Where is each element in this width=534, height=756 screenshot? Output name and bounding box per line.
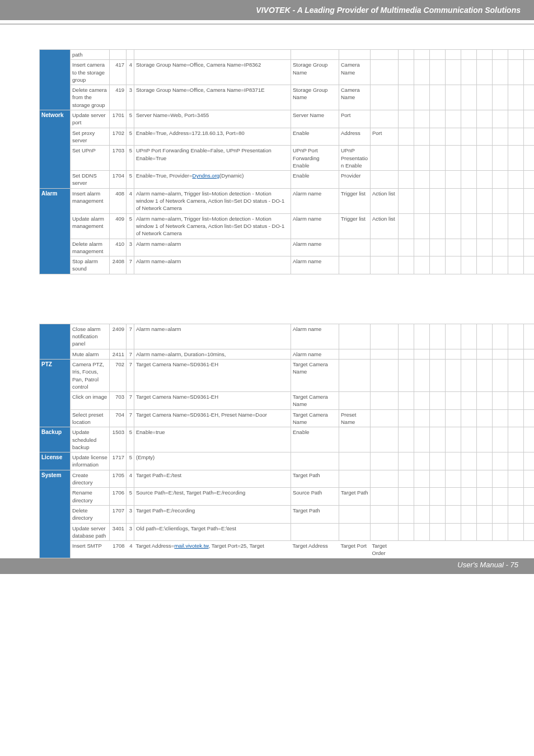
table-row: BackupUpdate scheduled backup15035Enable… [40,427,535,452]
table-row: PTZCamera PTZ, Iris, Focus, Pan, Patrol … [40,359,535,391]
cell [446,128,461,146]
cell [446,541,461,558]
cell: 1708 [110,541,127,558]
cell [508,349,524,359]
cell [461,359,477,391]
cell [524,488,535,506]
cell [339,392,371,410]
cell [461,171,477,189]
cell [477,470,493,488]
cell: 5 [127,452,134,470]
cell [477,541,493,558]
cell: Alarm name [291,256,339,274]
cell [430,505,446,523]
cell [508,188,524,213]
cell [461,60,477,85]
log-table-1: path Insert camera to the storage group4… [39,49,534,274]
link[interactable]: Dyndns.org [193,172,220,179]
cell [371,523,399,541]
table-row: NetworkUpdate server port17015Server Nam… [40,110,535,128]
cell: 5 [127,171,134,189]
cell: Alarm name [291,349,339,359]
cell: 410 [110,239,127,256]
cell [493,541,508,558]
cell: Delete camera from the storage group [71,85,110,110]
cell [399,85,414,110]
cell [446,359,461,391]
cell [524,324,535,349]
cell [414,256,430,274]
cell [477,128,493,146]
cell [371,50,399,60]
cell: 3 [127,505,134,523]
cell [508,256,524,274]
cell [399,541,414,558]
cell [493,85,508,110]
cell: Set DDNS server [71,171,110,189]
cell [477,523,493,541]
cell [477,452,493,470]
cell [508,50,524,60]
cell: 1717 [110,452,127,470]
cell [339,324,371,349]
cell [477,146,493,171]
table-row: Delete alarm management4103Alarm name=al… [40,239,535,256]
cell: Storage Group Name [291,60,339,85]
cell [339,470,371,488]
cell [508,213,524,239]
cell [371,409,399,427]
cell: 3401 [110,523,127,541]
cell: Server Name=Web, Port=3455 [134,110,291,128]
cell [461,146,477,171]
cell [339,359,371,391]
cell [430,359,446,391]
cell [493,452,508,470]
link[interactable]: mail.vivotek.tw [174,543,208,549]
cell [446,392,461,410]
cell [414,85,430,110]
cell [414,470,430,488]
cell [493,50,508,60]
cell [446,409,461,427]
cell [477,110,493,128]
cell [477,188,493,213]
table-row: Update server database path34013Old path… [40,523,535,541]
cell: Port [371,128,399,146]
cell [371,60,399,85]
cell [430,392,446,410]
cell: Set UPnP [71,146,110,171]
cell: Enable [291,171,339,189]
cell [493,505,508,523]
cell: Rename directory [71,488,110,506]
cell: 1705 [110,470,127,488]
cell: 409 [110,213,127,239]
cell [430,324,446,349]
cell [477,488,493,506]
cell [291,50,339,60]
cell [524,427,535,452]
cell [399,349,414,359]
cell [371,452,399,470]
cell [414,146,430,171]
cell [414,427,430,452]
cell [127,50,134,60]
cell [430,213,446,239]
cell [493,146,508,171]
header-underline [0,20,534,25]
cell: Provider [339,171,371,189]
cell [508,523,524,541]
cell [461,239,477,256]
cell [371,392,399,410]
cell [524,359,535,391]
cell: Address [339,128,371,146]
cell: Insert SMTP [71,541,110,558]
cell: Target Camera Name [291,359,339,391]
cell [524,256,535,274]
cell [461,213,477,239]
cell [399,188,414,213]
category-cell: License [40,452,71,470]
cell [477,409,493,427]
cell: Server Name [291,110,339,128]
table-row: Delete camera from the storage group4193… [40,85,535,110]
cell [339,256,371,274]
